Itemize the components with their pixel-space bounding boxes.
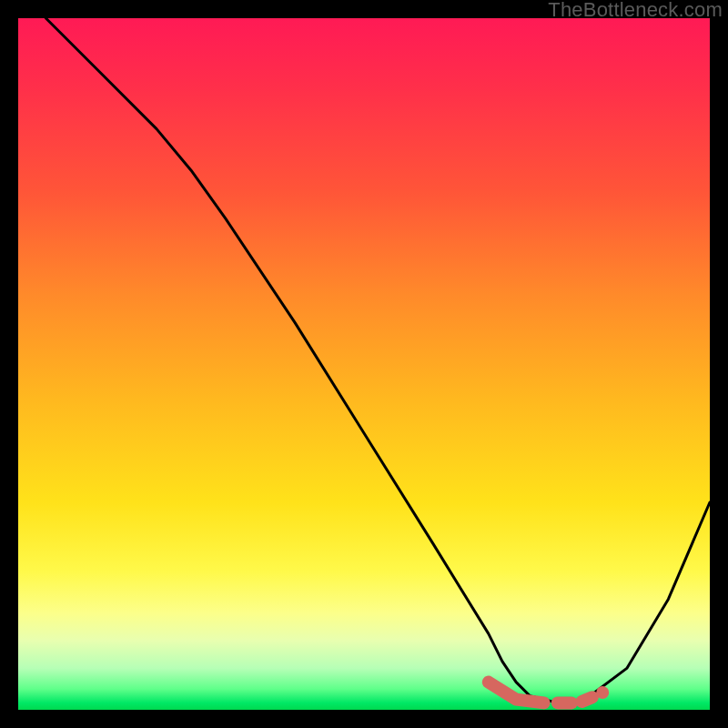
highlight-segment — [489, 682, 544, 703]
highlight-group — [489, 682, 609, 703]
bottleneck-curve-path — [46, 18, 710, 703]
highlight-dot — [596, 686, 609, 699]
highlight-segment — [581, 697, 592, 702]
chart-area — [18, 18, 710, 710]
plot-svg — [18, 18, 710, 710]
